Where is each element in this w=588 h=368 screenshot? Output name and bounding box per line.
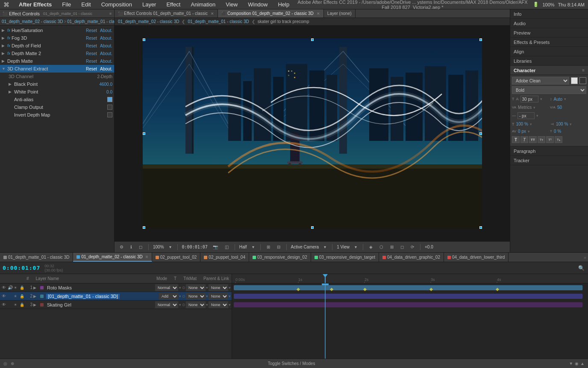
zoom-value[interactable]: 100% [153,245,164,249]
size-dropdown[interactable]: ▾ [540,97,542,101]
trkmat-select-3[interactable]: None [186,301,206,308]
timeline-timecode[interactable]: 0:00:01:07 [3,265,40,271]
solo-btn-1[interactable]: ☀ [14,286,19,290]
scale-h-dropdown[interactable]: ▾ [530,122,532,126]
transparency-btn[interactable]: ⊟ [275,245,282,249]
motion-blur-btn[interactable]: ⟳ [409,245,416,249]
zoom-dropdown-btn[interactable]: ▾ [168,245,173,249]
camera-dropdown-btn[interactable]: ▾ [322,245,328,249]
bc-comp2[interactable]: 01_depth_matte_01 - classic 3D [188,19,249,24]
clamp-output-checkbox[interactable] [107,105,112,110]
status-icon-4[interactable]: ◉ [575,361,579,366]
resolution-dropdown-btn[interactable]: ▾ [250,245,256,249]
character-expand-icon[interactable]: ≡ [582,68,585,73]
toggle-switches-label[interactable]: Toggle Switches / Modes [268,361,315,366]
tracking-value[interactable]: 50 [557,105,562,110]
animation-menu[interactable]: Animation [188,1,218,8]
reset-button[interactable]: Reset [86,36,97,41]
trkmat-chevron-2[interactable]: ▾ [206,294,208,298]
tab-effect-controls[interactable]: ⬛ Effect Controls 01_depth_matte_01 - cl… [115,9,218,18]
reset-button[interactable]: Reset [86,44,97,48]
about-button[interactable]: About. [100,44,112,48]
edit-menu[interactable]: Edit [79,1,93,8]
status-icon-1[interactable]: ◎ [3,361,7,366]
visibility-btn-1[interactable]: 👁 [2,285,7,290]
tl-tab-0[interactable]: 01_depth_matte_01 - classic 3D [0,253,73,262]
tl-tab-2[interactable]: 02_puppet_tool_02 [152,253,201,262]
render-btn[interactable]: ◈ [368,245,374,249]
parent-chevron-1[interactable]: ▾ [229,286,231,290]
tabs-overflow-btn[interactable]: » [582,255,588,260]
italic-btn[interactable]: T [520,136,528,143]
about-button[interactable]: About. [100,36,112,41]
preview-panel-item[interactable]: Preview [510,28,588,38]
layer-name-1[interactable]: Roto Masks [46,285,73,290]
reset-button[interactable]: Reset [86,51,97,56]
scale-h-value[interactable]: 100 % [516,122,528,126]
preview-info-btn[interactable]: ℹ [129,245,134,249]
shy-icon-1[interactable]: ⊙ [182,286,185,290]
solo-btn-3[interactable]: ☀ [14,303,19,307]
baseline-dropdown[interactable]: ▾ [528,129,530,134]
lock-btn-3[interactable]: 🔒 [20,303,25,307]
allcaps-btn[interactable]: TT [529,136,537,143]
effect-hue-saturation[interactable]: ▶ fx Hue/Saturation Reset About. [0,26,114,34]
effect-depth-matte-2[interactable]: ▶ fx Depth Matte 2 Reset About. [0,50,114,57]
audio-panel-item[interactable]: Audio [510,19,588,28]
libraries-panel-item[interactable]: Libraries [510,56,588,66]
trkmat-select-1[interactable]: None [186,284,206,291]
tracker-panel-item[interactable]: Tracker [510,156,588,165]
view-menu[interactable]: View [223,1,240,8]
font-select[interactable]: Adobe Clean [512,77,569,85]
line-dropdown[interactable]: ▾ [536,114,538,118]
kerning-dropdown[interactable]: ▾ [533,105,535,110]
effect-fog-3d[interactable]: ▶ fx Fog 3D Reset About. [0,34,114,42]
timecode-display[interactable]: 0:00:01:07 [182,245,208,249]
corner-handle-tm[interactable] [311,38,314,41]
corner-handle-bm[interactable] [311,226,314,229]
about-button[interactable]: About. [100,67,112,71]
panel-menu-icon[interactable]: ≡ [109,12,112,16]
grid2-btn[interactable]: ⊞ [388,245,395,249]
grid-btn[interactable]: ⊞ [265,245,272,249]
reset-button[interactable]: Reset [86,59,97,64]
tl-tab-3[interactable]: 02_puppet_tool_04 [200,253,249,262]
preview-settings-btn[interactable]: ⚙ [118,245,125,249]
app-name-menu[interactable]: After Effects [16,1,54,8]
auto-leading-btn[interactable]: Auto [554,97,563,102]
effect-menu[interactable]: Effect [164,1,183,8]
solo-btn-2[interactable]: ☀ [14,294,19,298]
stroke-color-box[interactable] [579,77,586,84]
bc-comp2[interactable]: 01_depth_matte_01 - classic 3D [67,19,114,24]
mode-select-2[interactable]: Add [159,293,178,300]
parent-select-2[interactable]: None [209,293,228,300]
tl-tab-5[interactable]: 03_responsive_design_target [311,253,379,262]
tsume-value[interactable]: 0 % [554,129,561,134]
tl-tab-6[interactable]: 04_data_driven_graphic_02 [379,253,444,262]
align-panel-item[interactable]: Align [510,47,588,56]
invert-depth-checkbox[interactable] [107,112,112,117]
style-select[interactable]: Bold [512,86,586,94]
effect-black-point[interactable]: ▶ Black Point 4600.0 [0,80,114,88]
parent-chevron-3[interactable]: ▾ [229,303,231,307]
expand-btn-2[interactable]: ▶ [33,294,38,298]
bc-comp1[interactable]: 01_depth_matte_02 - classic 3D [118,19,179,24]
reset-button[interactable]: Reset [86,28,97,33]
corner-handle-mr[interactable] [479,132,482,135]
effect-depth-of-field[interactable]: ▶ fx Depth of Field Reset About. [0,42,114,50]
tl-tab-4[interactable]: 03_responsive_design_02 [249,253,311,262]
view-dropdown-btn[interactable]: ▾ [353,245,359,249]
expand-btn-3[interactable]: ▶ [33,303,38,307]
help-menu[interactable]: Help [275,1,292,8]
mode-select-1[interactable]: Normal [155,284,178,291]
trkmat-chevron-3[interactable]: ▾ [206,303,208,307]
scale-v-value[interactable]: 100 % [556,122,568,126]
effect-depth-matte[interactable]: ▶ Depth Matte Reset About. [0,57,114,65]
baseline-value[interactable]: 0 px [518,129,526,134]
search-btn[interactable]: 🔍 [577,265,585,271]
superscript-btn[interactable]: T¹ [546,136,554,143]
fill-color-box[interactable] [571,77,578,84]
effect-3d-channel-extract[interactable]: ▼ 3D Channel Extract Reset About. [0,65,114,73]
trkmat-chevron-1[interactable]: ▾ [206,286,208,290]
parent-select-1[interactable]: None [209,284,228,291]
